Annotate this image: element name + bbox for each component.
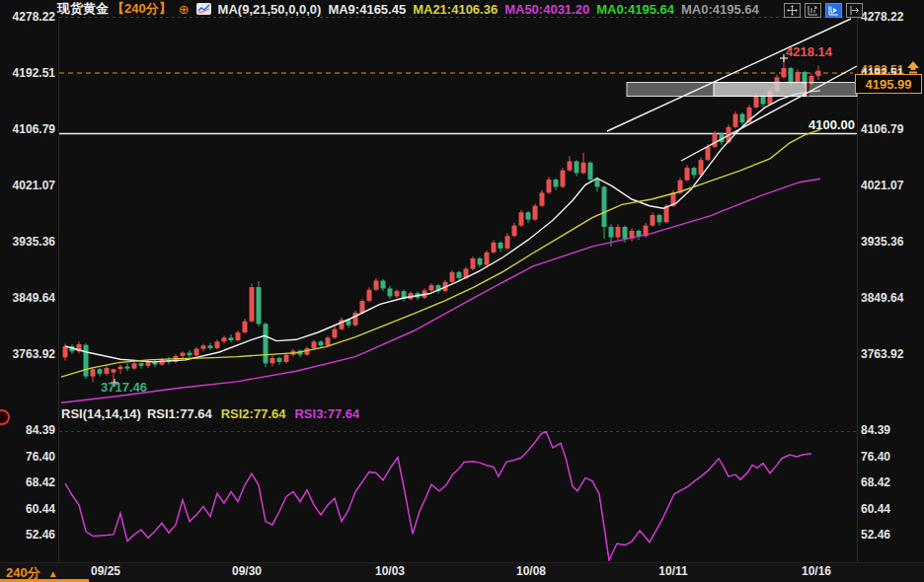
price-axis-label-right: 4278.22 (861, 10, 903, 24)
candle (243, 319, 248, 333)
candle (651, 212, 655, 227)
time-axis-label: 09/30 (219, 564, 274, 578)
candle (250, 283, 255, 323)
candle (471, 256, 476, 270)
ma50-value: MA50:4031.20 (504, 2, 589, 17)
chart-thumbnail-icon[interactable] (196, 3, 211, 15)
rsi-axis-label-left: 52.46 (0, 528, 55, 542)
candle (561, 168, 566, 188)
candle (395, 289, 400, 298)
price-axis-label-right: 4021.07 (861, 179, 903, 192)
price-axis-label-left: 4106.79 (0, 122, 55, 136)
time-axis-label: 09/25 (78, 564, 133, 578)
hline-price-label: 4100.00 (780, 118, 855, 132)
candle (98, 368, 103, 377)
candle (340, 318, 345, 330)
time-axis-label: 10/03 (362, 564, 418, 578)
candle (637, 230, 642, 241)
move-icon[interactable] (784, 3, 801, 18)
period-tag: 【240分】 (112, 0, 172, 18)
candle (298, 349, 303, 357)
candle (657, 214, 662, 226)
swing-high-label: 4218.14 (786, 45, 832, 59)
collapse-icon[interactable]: ⊕ (179, 2, 190, 17)
rsi-axis-label-right: 76.40 (861, 450, 890, 464)
candle (575, 160, 579, 177)
rsi-axis-label-right: 52.46 (861, 528, 890, 542)
price-chart-canvas[interactable] (0, 0, 924, 582)
candle (284, 353, 289, 364)
price-axis-label-left: 3935.36 (0, 235, 55, 249)
candle (77, 341, 82, 353)
candle (91, 367, 96, 382)
candle (512, 223, 517, 238)
rsi-axis-label-left: 76.40 (0, 450, 55, 464)
candle (492, 240, 497, 254)
candle (540, 190, 545, 207)
price-up-arrow-icon (905, 61, 921, 79)
candle (374, 278, 379, 291)
candle (201, 343, 206, 351)
ma-line-ma21 (61, 129, 820, 377)
candle (409, 291, 414, 300)
chart-toolbar (784, 3, 863, 18)
candle (367, 287, 372, 302)
ma-settings: MA(9,21,50,0,0,0) (218, 2, 322, 17)
price-axis-label-left: 4192.51 (0, 66, 55, 80)
candle (692, 167, 697, 179)
rsi3-value: RSI3:77.64 (294, 406, 359, 421)
price-axis-label-right: 3849.64 (861, 291, 903, 305)
candle (816, 65, 821, 80)
candle (333, 327, 338, 339)
candle (153, 359, 158, 367)
period-up-arrow-icon: ▲ (48, 568, 58, 579)
candle (264, 323, 269, 367)
candle (118, 365, 123, 374)
candle (139, 361, 144, 368)
auto-scroll-icon[interactable] (825, 3, 842, 18)
price-axis-label-right: 3935.36 (861, 235, 903, 249)
time-axis-strip (0, 562, 924, 582)
candle (519, 210, 524, 227)
price-axis-label-left: 3849.64 (0, 291, 55, 305)
rsi-axis-label-right: 60.44 (861, 502, 890, 516)
rsi1-value: RSI1:77.64 (147, 406, 212, 421)
swing-low-label: 3717.46 (101, 381, 147, 395)
candle (505, 234, 510, 251)
ma0-value-b: MA0:4195.64 (681, 2, 759, 17)
candle (588, 161, 593, 182)
rsi-line (65, 431, 811, 560)
ma9-value: MA9:4165.45 (328, 2, 406, 17)
candle (388, 286, 393, 299)
candle (229, 334, 234, 342)
candle (208, 343, 213, 350)
time-axis-label: 10/11 (646, 564, 701, 578)
candle (554, 179, 559, 190)
candle (222, 335, 227, 343)
candle (402, 290, 407, 302)
trendline-1[interactable] (607, 19, 851, 131)
candle (257, 281, 262, 327)
candle (533, 204, 538, 221)
axis-scale-icon[interactable] (805, 3, 821, 18)
candle (125, 363, 130, 371)
price-axis-label-left: 4021.07 (0, 179, 55, 192)
jump-latest-icon[interactable] (846, 3, 863, 18)
trendline-2[interactable] (681, 66, 857, 161)
price-axis-label-right: 3763.92 (861, 347, 903, 361)
rsi-axis-label-right: 68.42 (861, 475, 890, 489)
rsi-settings: RSI(14,14,14) (61, 406, 141, 421)
candle (194, 347, 199, 357)
candle (616, 224, 621, 240)
candle (429, 283, 434, 292)
candle (457, 270, 462, 280)
price-axis-label-right: 4106.79 (861, 122, 903, 136)
rsi-axis-label-left: 84.39 (0, 423, 55, 437)
candle (236, 330, 241, 341)
rsi-axis-label-left: 68.42 (0, 475, 55, 489)
time-axis-label: 10/08 (503, 564, 559, 578)
rsi-legend: RSI(14,14,14) RSI1:77.64 RSI2:77.64 RSI3… (61, 406, 359, 421)
ma21-value: MA21:4106.36 (413, 2, 498, 17)
candles (63, 56, 821, 385)
candle (353, 311, 358, 327)
